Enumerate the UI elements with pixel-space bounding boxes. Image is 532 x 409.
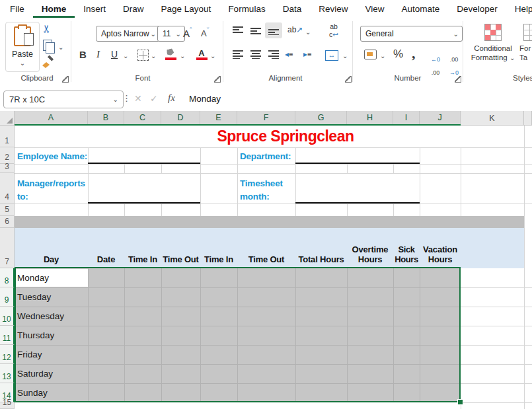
increase-decimal-icon[interactable]: ←0 .00	[428, 50, 443, 76]
formula-bar-dots-icon[interactable]: ⋮	[122, 93, 131, 103]
gridline	[15, 147, 532, 148]
merge-center-dropdown-icon[interactable]: ⌄	[342, 52, 348, 59]
comma-style-icon[interactable]: ,	[412, 45, 416, 62]
insert-function-icon[interactable]: fx	[168, 93, 175, 104]
gridline	[15, 204, 532, 204]
paste-icon	[14, 26, 31, 46]
font-size-dropdown-icon[interactable]: ⌄	[176, 30, 181, 38]
header-day: Day	[15, 228, 88, 268]
decrease-decimal-icon[interactable]: .00 →0	[447, 50, 461, 76]
accounting-dropdown-icon[interactable]: ⌄	[380, 52, 385, 59]
align-bottom-icon[interactable]	[268, 26, 279, 35]
employee-name-label: Employee Name:	[17, 151, 87, 161]
font-name-combo[interactable]: Aptos Narrow ⌄	[96, 26, 160, 42]
tab-insert[interactable]: Insert	[75, 1, 114, 18]
number-format-combo[interactable]: General ⌄	[360, 26, 463, 42]
clipboard-group-label: Clipboard	[12, 74, 62, 82]
borders-dropdown-icon[interactable]: ⌄	[151, 52, 156, 59]
manager-field-underline[interactable]	[88, 202, 200, 204]
employee-name-field-underline[interactable]	[88, 163, 200, 164]
paste-dropdown-icon[interactable]: ⌄	[6, 59, 39, 67]
paste-button[interactable]: Paste ⌄	[5, 22, 40, 72]
header-time-in-1: Time In	[124, 228, 161, 268]
gridline	[161, 204, 162, 216]
font-group-label: Font	[116, 74, 169, 82]
selected-columns-underline	[15, 124, 461, 126]
tab-data[interactable]: Data	[274, 1, 311, 18]
format-painter-icon[interactable]	[42, 57, 54, 69]
gridline	[461, 326, 532, 326]
format-as-table-button[interactable]: For Ta	[519, 44, 532, 62]
tab-file[interactable]: File	[1, 1, 33, 18]
tab-draw[interactable]: Draw	[114, 1, 153, 18]
wrap-text-icon[interactable]: ab c↩	[325, 22, 342, 38]
font-name-dropdown-icon[interactable]: ⌄	[151, 30, 156, 38]
align-middle-icon[interactable]	[250, 26, 261, 35]
tab-review[interactable]: Review	[310, 1, 356, 18]
gridline	[15, 164, 532, 165]
cut-icon[interactable]: ✂	[40, 24, 53, 33]
font-size-combo[interactable]: 11 ⌄	[157, 26, 185, 42]
tab-page-layout[interactable]: Page Layout	[153, 1, 220, 18]
number-format-dropdown-icon[interactable]: ⌄	[453, 30, 459, 38]
italic-button[interactable]: I	[96, 49, 100, 60]
tab-developer[interactable]: Developer	[448, 1, 506, 18]
format-as-table-icon[interactable]	[523, 24, 532, 41]
department-field-underline[interactable]	[295, 163, 420, 164]
decrease-indent-icon[interactable]: ◂≡	[285, 50, 291, 59]
borders-icon[interactable]	[137, 50, 149, 61]
department-label: Department:	[240, 151, 291, 161]
orientation-dropdown-icon[interactable]: ⌄	[305, 28, 311, 36]
manager-label-line2: to:	[17, 192, 28, 202]
bold-button[interactable]: B	[79, 49, 87, 60]
name-box[interactable]: 7R x 10C ⌄	[3, 91, 124, 108]
styles-group-label: Styles	[513, 74, 532, 82]
tab-view[interactable]: View	[356, 1, 393, 18]
align-right-icon[interactable]	[268, 50, 279, 59]
tab-help[interactable]: Help	[506, 1, 532, 18]
align-center-icon[interactable]	[250, 50, 261, 59]
font-color-icon[interactable]: A	[196, 48, 208, 60]
conditional-formatting-button[interactable]: Conditional Formatting ⌄	[467, 44, 519, 63]
spreadsheet-grid: A B C D E F G H I J K 1 2 3 4 5 6 7 8 9 …	[0, 111, 532, 409]
accounting-format-icon[interactable]	[364, 50, 377, 59]
decrease-font-size-button[interactable]: Aˇ	[201, 26, 209, 38]
formula-bar: 7R x 10C ⌄ ⋮ ✕ ✓ fx Monday	[0, 88, 532, 112]
tab-home[interactable]: Home	[33, 1, 75, 18]
percent-style-icon[interactable]: %	[393, 48, 403, 61]
enter-icon[interactable]: ✓	[150, 93, 158, 104]
tab-automate[interactable]: Automate	[393, 1, 448, 18]
fill-color-dropdown-icon[interactable]: ⌄	[180, 52, 185, 59]
cancel-icon[interactable]: ✕	[134, 93, 142, 104]
increase-indent-icon[interactable]: ▸≡	[303, 50, 310, 59]
header-time-in-2: Time In	[200, 228, 237, 268]
clipboard-dialog-launcher-icon[interactable]	[62, 76, 69, 83]
alignment-dialog-launcher-icon[interactable]	[345, 76, 352, 83]
number-dialog-launcher-icon[interactable]	[455, 76, 461, 83]
header-time-out-1: Time Out	[161, 228, 200, 268]
header-sick-hours: SickHours	[393, 228, 420, 268]
underline-dropdown-icon[interactable]: ⌄	[123, 52, 128, 59]
orientation-icon[interactable]: ab↗	[287, 25, 303, 34]
gridline	[393, 204, 394, 216]
font-size-value: 11	[163, 29, 171, 38]
gridline	[461, 364, 532, 365]
name-box-dropdown-icon[interactable]: ⌄	[113, 96, 118, 103]
formula-bar-input[interactable]: Monday	[189, 94, 221, 104]
align-left-icon[interactable]	[233, 50, 243, 59]
timesheet-month-field-underline[interactable]	[295, 202, 420, 204]
copy-icon[interactable]	[43, 40, 52, 51]
group-divider	[463, 21, 463, 82]
merge-center-icon[interactable]: ↔	[325, 50, 338, 61]
increase-font-size-button[interactable]: Aˆ	[183, 26, 192, 39]
fill-handle[interactable]	[457, 399, 463, 405]
font-dialog-launcher-icon[interactable]	[214, 76, 221, 83]
group-divider	[352, 21, 353, 82]
font-color-dropdown-icon[interactable]: ⌄	[210, 52, 215, 59]
conditional-formatting-icon[interactable]	[484, 24, 502, 41]
align-top-icon[interactable]	[233, 26, 243, 35]
underline-button[interactable]: U	[111, 49, 118, 59]
copy-dropdown-icon[interactable]: ⌄	[58, 44, 63, 51]
tab-formulas[interactable]: Formulas	[219, 1, 274, 18]
fill-color-icon[interactable]	[165, 48, 177, 60]
